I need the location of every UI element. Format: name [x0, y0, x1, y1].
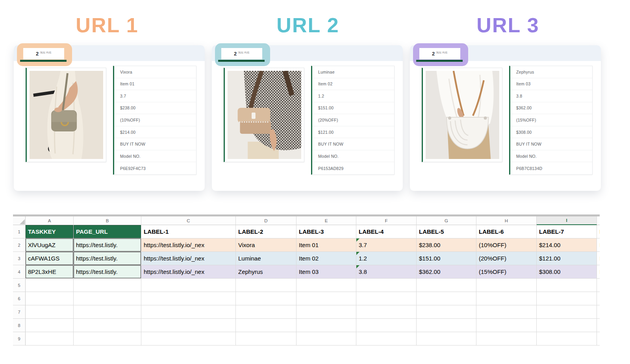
cell-C5[interactable]	[141, 279, 236, 292]
cell-E8[interactable]	[296, 319, 356, 332]
cell-D7[interactable]	[236, 305, 296, 319]
cell-I8[interactable]	[537, 319, 597, 332]
row-header-6[interactable]: 6	[13, 292, 26, 305]
cell-F1[interactable]: LABEL-4	[356, 225, 417, 238]
cell-J6[interactable]	[597, 292, 600, 305]
cell-I6[interactable]	[537, 292, 597, 305]
cell-J9[interactable]	[597, 332, 600, 346]
cell-B7[interactable]	[74, 305, 141, 319]
cell-E6[interactable]	[296, 292, 356, 305]
column-header-F[interactable]: F	[356, 216, 417, 225]
cell-H3[interactable]: (20%OFF)	[476, 252, 537, 265]
cell-B5[interactable]	[74, 279, 141, 292]
cell-D2[interactable]: Vixora	[236, 238, 296, 252]
cell-C7[interactable]	[141, 305, 236, 319]
column-header-E[interactable]: E	[296, 216, 356, 225]
column-header-G[interactable]: G	[417, 216, 476, 225]
cell-B9[interactable]	[74, 332, 141, 346]
column-header-A[interactable]: A	[26, 216, 74, 225]
select-all-cell[interactable]	[13, 216, 26, 225]
cell-B8[interactable]	[74, 319, 141, 332]
cell-E5[interactable]	[296, 279, 356, 292]
column-header-I[interactable]: I	[537, 216, 597, 225]
cell-A9[interactable]	[26, 332, 74, 346]
cell-C8[interactable]	[141, 319, 236, 332]
cell-H9[interactable]	[476, 332, 537, 346]
cell-C4[interactable]: https://test.listly.io/_nex	[141, 265, 236, 279]
cell-A8[interactable]	[26, 319, 74, 332]
cell-J7[interactable]	[597, 305, 600, 319]
cards-count-tab[interactable]: 2 개의 카드	[23, 48, 64, 59]
cell-H8[interactable]	[476, 319, 537, 332]
cell-A7[interactable]	[26, 305, 74, 319]
cell-C9[interactable]	[141, 332, 236, 346]
cell-D1[interactable]: LABEL-2	[236, 225, 296, 238]
row-header-3[interactable]: 3	[13, 252, 26, 265]
cell-E9[interactable]	[296, 332, 356, 346]
column-header-J[interactable]: J	[597, 216, 600, 225]
cell-B4[interactable]: https://test.listly.	[74, 265, 141, 279]
cell-C6[interactable]	[141, 292, 236, 305]
cell-F3[interactable]: 1.2	[356, 252, 417, 265]
cell-G3[interactable]: $151.00	[417, 252, 476, 265]
row-header-5[interactable]: 5	[13, 279, 26, 292]
cell-J5[interactable]	[597, 279, 600, 292]
cell-F7[interactable]	[356, 305, 417, 319]
cell-G1[interactable]: LABEL-5	[417, 225, 476, 238]
cell-F5[interactable]	[356, 279, 417, 292]
cell-A5[interactable]	[26, 279, 74, 292]
cell-G2[interactable]: $238.00	[417, 238, 476, 252]
row-header-9[interactable]: 9	[13, 332, 26, 346]
cell-D6[interactable]	[236, 292, 296, 305]
cell-I3[interactable]: $121.00	[537, 252, 597, 265]
cell-H6[interactable]	[476, 292, 537, 305]
cell-D3[interactable]: Luminae	[236, 252, 296, 265]
cards-count-tab[interactable]: 2 개의 카드	[419, 48, 460, 59]
cell-J2[interactable]: B	[597, 238, 600, 252]
cell-H4[interactable]: (15%OFF)	[476, 265, 537, 279]
cell-H5[interactable]	[476, 279, 537, 292]
cell-F6[interactable]	[356, 292, 417, 305]
cell-G7[interactable]	[417, 305, 476, 319]
cell-A2[interactable]: XlVUugAZ	[26, 238, 74, 252]
cell-I2[interactable]: $214.00	[537, 238, 597, 252]
cell-E3[interactable]: Item 02	[296, 252, 356, 265]
cell-C2[interactable]: https://test.listly.io/_nex	[141, 238, 236, 252]
cell-J4[interactable]: B	[597, 265, 600, 279]
cell-D5[interactable]	[236, 279, 296, 292]
cell-I5[interactable]	[537, 279, 597, 292]
cell-B2[interactable]: https://test.listly.	[74, 238, 141, 252]
cell-F2[interactable]: 3.7	[356, 238, 417, 252]
cell-B1[interactable]: PAGE_URL	[74, 225, 141, 238]
cell-A4[interactable]: 8P2L3xHE	[26, 265, 74, 279]
cell-E2[interactable]: Item 01	[296, 238, 356, 252]
cell-C1[interactable]: LABEL-1	[141, 225, 236, 238]
column-header-B[interactable]: B	[74, 216, 141, 225]
cell-J3[interactable]: B	[597, 252, 600, 265]
cell-D4[interactable]: Zephyrus	[236, 265, 296, 279]
cell-D9[interactable]	[236, 332, 296, 346]
cell-B3[interactable]: https://test.listly.	[74, 252, 141, 265]
cell-E1[interactable]: LABEL-3	[296, 225, 356, 238]
cell-H1[interactable]: LABEL-6	[476, 225, 537, 238]
cell-H2[interactable]: (10%OFF)	[476, 238, 537, 252]
row-header-1[interactable]: 1	[13, 225, 26, 238]
cell-D8[interactable]	[236, 319, 296, 332]
cell-I9[interactable]	[537, 332, 597, 346]
row-header-4[interactable]: 4	[13, 265, 26, 279]
cell-I4[interactable]: $308.00	[537, 265, 597, 279]
cell-A6[interactable]	[26, 292, 74, 305]
cell-C3[interactable]: https://test.listly.io/_nex	[141, 252, 236, 265]
cell-F4[interactable]: 3.8	[356, 265, 417, 279]
cell-I1[interactable]: LABEL-7	[537, 225, 597, 238]
cell-G6[interactable]	[417, 292, 476, 305]
cell-F8[interactable]	[356, 319, 417, 332]
column-header-D[interactable]: D	[236, 216, 296, 225]
cell-E4[interactable]: Item 03	[296, 265, 356, 279]
cell-G9[interactable]	[417, 332, 476, 346]
cell-G8[interactable]	[417, 319, 476, 332]
column-header-H[interactable]: H	[476, 216, 537, 225]
cards-count-tab[interactable]: 2 개의 카드	[221, 48, 262, 59]
row-header-7[interactable]: 7	[13, 305, 26, 319]
cell-J1[interactable]: L	[597, 225, 600, 238]
